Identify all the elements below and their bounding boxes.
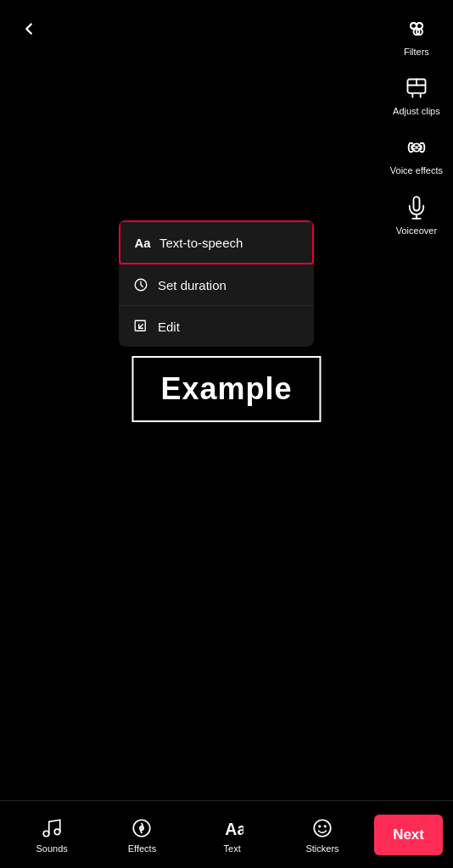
context-menu: Aa Text-to-speech Set duration Edit [119,220,314,347]
right-sidebar: Filters Adjust clips Voice effe [387,8,446,242]
clock-icon [132,276,149,293]
svg-point-19 [54,829,60,835]
example-text-box: Example [131,356,321,422]
svg-rect-16 [135,320,145,331]
sidebar-item-voiceover[interactable]: Voiceover [391,187,442,242]
edit-icon [132,318,149,335]
sidebar-item-adjust-clips[interactable]: Adjust clips [389,68,444,122]
edit-menu-item[interactable]: Edit [119,306,314,347]
toolbar-items: ♪ Sounds Effects Aa [0,816,374,854]
text-to-speech-menu-item[interactable]: Aa Text-to-speech [119,220,314,264]
sidebar-item-voice-effects[interactable]: Voice effects [387,127,446,181]
music-icon: ♪ [40,816,64,840]
text-button[interactable]: Aa Text [187,816,277,854]
svg-text:Aa: Aa [225,819,243,837]
voice-effects-icon [401,132,432,163]
svg-point-23 [314,820,331,837]
adjust-clips-icon [401,73,432,103]
set-duration-label: Set duration [158,278,226,292]
effects-icon [130,816,154,840]
voice-effects-label: Voice effects [390,165,443,176]
voiceover-icon [401,192,432,223]
svg-point-4 [417,23,422,29]
set-duration-menu-item[interactable]: Set duration [119,264,314,306]
svg-point-24 [318,825,321,827]
bottom-toolbar: ♪ Sounds Effects Aa [0,800,453,868]
stickers-label: Stickers [305,843,338,854]
filters-icon [401,14,432,44]
text-to-speech-label: Text-to-speech [159,236,243,250]
next-button[interactable]: Next [374,815,443,855]
svg-point-18 [43,831,49,837]
text-icon: Aa [221,816,244,840]
sounds-button[interactable]: ♪ Sounds [7,816,97,854]
back-button[interactable] [14,14,44,44]
effects-label: Effects [128,843,156,854]
effects-button[interactable]: Effects [97,816,187,854]
edit-label: Edit [158,320,180,334]
voiceover-label: Voiceover [396,225,437,236]
sounds-label: Sounds [36,843,67,854]
stickers-icon [310,816,334,840]
stickers-button[interactable]: Stickers [277,816,367,854]
adjust-clips-label: Adjust clips [393,106,440,117]
text-to-speech-icon: Aa [134,234,151,251]
filters-label: Filters [404,47,429,58]
example-text: Example [160,371,292,406]
text-label: Text [224,843,241,854]
svg-point-25 [324,825,327,827]
svg-point-12 [415,147,418,150]
sidebar-item-filters[interactable]: Filters [391,8,442,63]
svg-point-3 [411,23,417,29]
